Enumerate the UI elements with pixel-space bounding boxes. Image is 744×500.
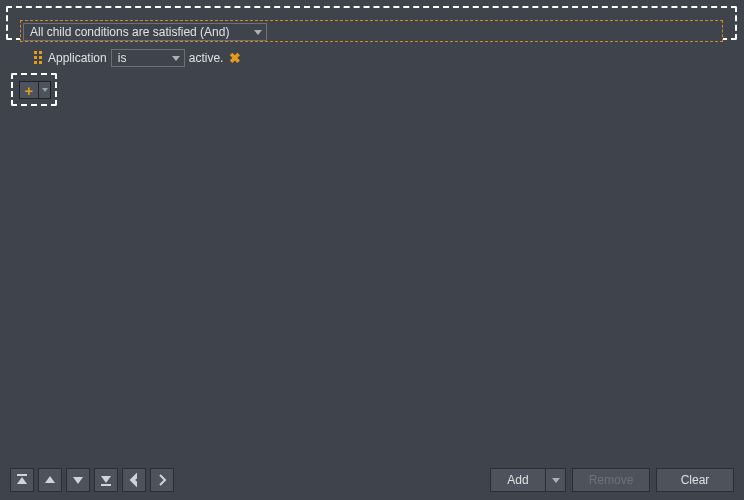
plus-icon: +: [25, 83, 34, 98]
add-rule-button[interactable]: +: [20, 82, 38, 98]
nav-up-button[interactable]: [38, 468, 62, 492]
add-button[interactable]: Add: [490, 468, 546, 492]
chevron-down-icon: [254, 30, 262, 35]
svg-rect-0: [17, 474, 27, 476]
arrow-up-icon: [43, 473, 57, 487]
chevron-left-icon: [127, 473, 141, 487]
chevron-down-icon: [552, 478, 560, 483]
chevron-down-icon: [172, 56, 180, 61]
nav-last-button[interactable]: [94, 468, 118, 492]
add-button-label: Add: [507, 473, 528, 487]
rule-row: Application is active. ✖: [34, 49, 243, 67]
condition-type-dropdown[interactable]: All child conditions are satisfied (And): [23, 23, 267, 41]
clear-button-label: Clear: [681, 473, 710, 487]
add-rule-dropdown[interactable]: [38, 82, 50, 98]
arrow-up-bar-icon: [15, 473, 29, 487]
nav-first-button[interactable]: [10, 468, 34, 492]
add-dropdown-button[interactable]: [546, 468, 566, 492]
rule-subject: Application: [48, 51, 107, 65]
nav-prev-button[interactable]: [122, 468, 146, 492]
remove-rule-button[interactable]: ✖: [227, 50, 243, 66]
drag-handle-icon[interactable]: [34, 51, 44, 65]
clear-button[interactable]: Clear: [656, 468, 734, 492]
nav-button-group: [10, 468, 174, 492]
root-condition-selection: All child conditions are satisfied (And): [6, 6, 737, 40]
condition-type-value: All child conditions are satisfied (And): [30, 25, 229, 39]
footer-toolbar: Add Remove Clear: [0, 460, 744, 500]
remove-button: Remove: [572, 468, 650, 492]
chevron-right-icon: [155, 473, 169, 487]
arrow-down-icon: [71, 473, 85, 487]
action-button-group: Add Remove Clear: [490, 468, 734, 492]
rule-operator-dropdown[interactable]: is: [111, 49, 185, 67]
svg-rect-1: [101, 484, 111, 486]
chevron-down-icon: [42, 88, 48, 92]
close-icon: ✖: [229, 50, 241, 66]
add-rule-button-group: +: [19, 81, 51, 99]
rule-suffix: active.: [189, 51, 224, 65]
nav-next-button[interactable]: [150, 468, 174, 492]
nav-down-button[interactable]: [66, 468, 90, 492]
root-condition-inner: All child conditions are satisfied (And): [20, 20, 723, 42]
remove-button-label: Remove: [589, 473, 634, 487]
rule-operator-value: is: [118, 51, 127, 65]
arrow-down-bar-icon: [99, 473, 113, 487]
